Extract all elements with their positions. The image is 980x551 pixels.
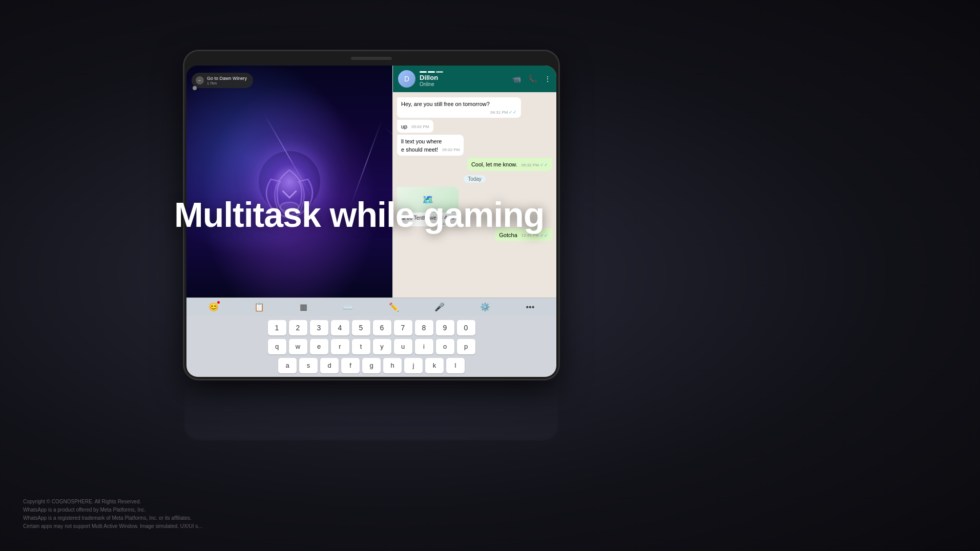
key-t[interactable]: t: [352, 339, 370, 354]
msg-2-time: 05:02 PM: [411, 124, 429, 130]
emoji-icon[interactable]: 😊: [208, 302, 219, 312]
key-2[interactable]: 2: [289, 320, 307, 335]
msg-7-text: Gotcha: [499, 232, 517, 238]
clipboard-icon[interactable]: 📋: [254, 302, 264, 312]
message-4: Cool, let me know. 05:32 PM ✓✓: [467, 158, 552, 171]
split-container: ← Go to Dawn Winery 1.7km D: [186, 66, 556, 298]
status-dot-3: [436, 71, 443, 73]
key-9[interactable]: 9: [436, 320, 454, 335]
keyboard-number-row: 1 2 3 4 5 6 7 8 9 0: [190, 320, 553, 335]
msg-2-timestamp: 05:02 PM: [411, 124, 429, 130]
device-reflection: [184, 379, 558, 440]
msg-3-timestamp: 05:02 PM: [442, 147, 460, 153]
copyright-line-2: WhatsApp is a product offered by Meta Pl…: [23, 507, 145, 513]
status-dot-1: [420, 71, 427, 73]
left-pane-game: ← Go to Dawn Winery 1.7km: [186, 66, 392, 298]
more-icon[interactable]: •••: [526, 303, 534, 312]
date-divider-today: Today: [464, 175, 486, 183]
messages-container: Hey, are you still free on tomorrow? 04:…: [393, 92, 556, 298]
key-y[interactable]: y: [373, 339, 391, 354]
video-call-icon[interactable]: 📹: [512, 75, 521, 83]
key-e[interactable]: e: [310, 339, 328, 354]
msg-7-check: ✓✓: [540, 232, 548, 239]
key-h[interactable]: h: [383, 358, 402, 373]
message-1: Hey, are you still free on tomorrow? 04:…: [397, 97, 521, 118]
key-u[interactable]: u: [394, 339, 412, 354]
msg-1-timestamp: 04:31 PM: [490, 110, 508, 115]
more-options-icon[interactable]: ⋮: [544, 75, 551, 83]
address-location: at 00 Tenth Ave @ 4pm: [401, 215, 454, 221]
game-symbol-svg: [243, 147, 336, 239]
svg-point-0: [280, 202, 299, 211]
msg-4-timestamp: 05:32 PM: [522, 162, 539, 168]
contact-info: Dillon Online: [420, 71, 508, 87]
text-icon[interactable]: ✏️: [389, 302, 399, 312]
keyboard-toolbar: 😊 📋 ▦ ⌨️ ✏️ 🎤 ⚙️ •••: [186, 298, 556, 316]
key-i[interactable]: i: [415, 339, 433, 354]
device-screen: ← Go to Dawn Winery 1.7km D: [186, 66, 556, 377]
copyright-text: Copyright © COGNOSPHERE. All Rights Rese…: [23, 498, 202, 531]
key-g[interactable]: g: [362, 358, 381, 373]
msg-7-timestamp: 12:45 PM: [522, 232, 539, 238]
msg-4-check: ✓✓: [540, 162, 548, 168]
key-o[interactable]: o: [436, 339, 454, 354]
msg-3-time: 05:02 PM: [442, 147, 460, 153]
key-k[interactable]: k: [425, 358, 444, 373]
message-2: up 05:02 PM: [397, 120, 433, 133]
keyboard-rows: 1 2 3 4 5 6 7 8 9 0 q w e r t: [186, 316, 556, 377]
msg-4-time: 05:32 PM ✓✓: [522, 162, 548, 168]
grid-icon[interactable]: ▦: [300, 302, 307, 312]
contact-avatar: D: [398, 70, 415, 88]
nav-arrow-icon: ←: [196, 76, 204, 84]
whatsapp-header: D Dillon Online 📹 📞 ⋮: [393, 66, 556, 92]
nav-title: Go to Dawn Winery: [207, 76, 247, 81]
status-dot-2: [428, 71, 435, 73]
copyright-line-4: Certain apps may not support Multi Activ…: [23, 523, 202, 529]
key-5[interactable]: 5: [352, 320, 370, 335]
copyright-line-3: WhatsApp is a registered trademark of Me…: [23, 515, 192, 521]
address-text: at 00 Tenth Ave @ 4pm 12:45 PM: [397, 213, 458, 223]
keyboard-icon[interactable]: ⌨️: [343, 302, 353, 312]
navigation-notification[interactable]: ← Go to Dawn Winery 1.7km: [192, 73, 253, 88]
key-w[interactable]: w: [289, 339, 307, 354]
message-address: 🗺️ at 00 Tenth Ave @ 4pm 12:45 PM: [397, 187, 458, 226]
key-a[interactable]: a: [278, 358, 297, 373]
keyboard-row-2: a s d f g h j k l: [190, 358, 553, 373]
address-time: 12:45 PM: [437, 222, 454, 226]
device-top-bar: [184, 51, 558, 66]
key-l[interactable]: l: [446, 358, 465, 373]
address-map-preview: 🗺️: [397, 187, 458, 213]
key-6[interactable]: 6: [373, 320, 391, 335]
key-3[interactable]: 3: [310, 320, 328, 335]
mic-icon[interactable]: 🎤: [434, 302, 445, 312]
key-4[interactable]: 4: [331, 320, 349, 335]
key-p[interactable]: p: [457, 339, 475, 354]
key-j[interactable]: j: [404, 358, 423, 373]
key-1[interactable]: 1: [268, 320, 286, 335]
key-8[interactable]: 8: [415, 320, 433, 335]
contact-name: Dillon: [420, 74, 508, 81]
copyright-line-1: Copyright © COGNOSPHERE. All Rights Rese…: [23, 499, 141, 504]
settings-icon[interactable]: ⚙️: [480, 302, 490, 312]
nav-dot-indicator: [193, 86, 197, 90]
phone-call-icon[interactable]: 📞: [528, 75, 537, 83]
right-pane-whatsapp: D Dillon Online 📹 📞 ⋮: [392, 66, 556, 298]
device-speaker: [351, 57, 392, 60]
key-d[interactable]: d: [320, 358, 339, 373]
msg-3-text: ll text you wheree should meet!: [401, 138, 442, 152]
key-s[interactable]: s: [299, 358, 318, 373]
key-0[interactable]: 0: [457, 320, 475, 335]
address-timestamp: 12:45 PM: [437, 222, 454, 226]
nav-subtitle: 1.7km: [207, 81, 247, 85]
msg-1-text: Hey, are you still free on tomorrow?: [401, 101, 490, 107]
key-7[interactable]: 7: [394, 320, 412, 335]
status-dots: [420, 71, 508, 73]
keyboard-area: 😊 📋 ▦ ⌨️ ✏️ 🎤 ⚙️ ••• 1 2 3 4 5 6: [186, 298, 556, 377]
msg-7-time: 12:45 PM ✓✓: [522, 232, 548, 239]
header-icons: 📹 📞 ⋮: [512, 75, 551, 83]
msg-4-text: Cool, let me know.: [471, 161, 517, 167]
key-r[interactable]: r: [331, 339, 349, 354]
key-f[interactable]: f: [341, 358, 360, 373]
key-q[interactable]: q: [268, 339, 286, 354]
msg-1-time: 04:31 PM ✓✓: [490, 109, 517, 116]
